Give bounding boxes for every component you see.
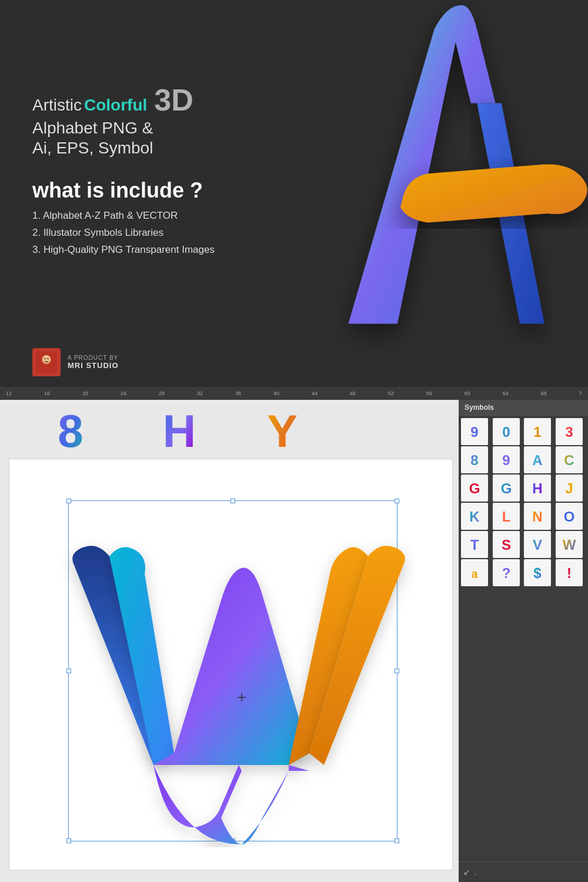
panel-bottom-toolbar: ↙ . bbox=[459, 861, 588, 882]
ruler-mark: 64 bbox=[503, 390, 509, 396]
ruler-mark: 40 bbox=[273, 390, 279, 396]
title-3d: 3D bbox=[154, 82, 193, 118]
small-letters-row: 8 H bbox=[47, 405, 306, 462]
ruler-mark: 28 bbox=[159, 390, 165, 396]
symbol-cell-G[interactable]: G bbox=[461, 475, 488, 502]
ruler-mark: 68 bbox=[541, 390, 547, 396]
product-text: A PRODUCT BY MRI STUDIO bbox=[68, 355, 119, 370]
ruler-mark: 24 bbox=[121, 390, 126, 396]
product-by: A PRODUCT BY MRI STUDIO bbox=[32, 348, 119, 376]
small-letter-y: Y bbox=[259, 405, 306, 462]
symbol-cell-W[interactable]: W bbox=[556, 531, 583, 558]
symbol-cell-9b[interactable]: 9 bbox=[493, 446, 520, 473]
list-item-2: 2. Illustator Symbols Libraries bbox=[32, 225, 215, 242]
symbol-cell-K[interactable]: K bbox=[461, 503, 488, 530]
symbol-cell-0[interactable]: 0 bbox=[493, 418, 520, 445]
symbol-cell-O[interactable]: O bbox=[556, 503, 583, 530]
svg-text:V: V bbox=[533, 537, 542, 553]
title-colorful: Colorful bbox=[84, 96, 147, 115]
ruler-mark: 36 bbox=[235, 390, 241, 396]
symbol-cell-a-lower[interactable]: a bbox=[461, 559, 488, 586]
symbol-cell-H[interactable]: H bbox=[524, 475, 551, 502]
symbol-cell-3[interactable]: 3 bbox=[556, 418, 583, 445]
big-letter-w-container bbox=[39, 512, 439, 865]
ruler: 12 16 20 24 28 32 36 40 44 48 52 56 60 6… bbox=[0, 387, 588, 400]
symbol-cell-1[interactable]: 1 bbox=[524, 418, 551, 445]
canvas-area[interactable]: 8 H bbox=[0, 400, 459, 882]
symbol-cell-C[interactable]: C bbox=[556, 446, 583, 473]
svg-text:O: O bbox=[563, 509, 574, 524]
list-item-1: 1. Alphabet A-Z Path & VECTOR bbox=[32, 208, 215, 225]
svg-text:C: C bbox=[564, 452, 574, 468]
ruler-mark: 7 bbox=[579, 390, 582, 396]
symbol-cell-N[interactable]: N bbox=[524, 503, 551, 530]
selection-handle-tr[interactable] bbox=[395, 499, 399, 503]
symbol-cell-8[interactable]: 8 bbox=[461, 446, 488, 473]
ruler-mark: 44 bbox=[312, 390, 318, 396]
symbol-cell-A[interactable]: A bbox=[524, 446, 551, 473]
symbol-cell-J[interactable]: J bbox=[556, 475, 583, 502]
ruler-mark: 52 bbox=[388, 390, 394, 396]
ruler-mark: 56 bbox=[426, 390, 432, 396]
svg-text:L: L bbox=[502, 509, 510, 524]
what-include-section: what is include ? 1. Alphabet A-Z Path &… bbox=[32, 178, 215, 259]
svg-text:A: A bbox=[532, 452, 542, 468]
symbol-cell-G2[interactable]: G bbox=[493, 475, 520, 502]
svg-text:Y: Y bbox=[267, 405, 298, 457]
svg-text:T: T bbox=[470, 537, 479, 553]
svg-text:!: ! bbox=[567, 565, 572, 581]
symbol-cell-exclaim[interactable]: ! bbox=[556, 559, 583, 586]
studio-name: MRI STUDIO bbox=[68, 361, 119, 370]
svg-text:J: J bbox=[565, 480, 573, 496]
symbol-cell-T[interactable]: T bbox=[461, 531, 488, 558]
symbols-panel: Symbols 9 0 1 3 8 9 A bbox=[459, 400, 588, 882]
letter-a-visual bbox=[312, 0, 588, 341]
symbol-cell-9[interactable]: 9 bbox=[461, 418, 488, 445]
what-include-list: 1. Alphabet A-Z Path & VECTOR 2. Illusta… bbox=[32, 208, 215, 259]
svg-text:H: H bbox=[163, 405, 196, 457]
symbol-cell-L[interactable]: L bbox=[493, 503, 520, 530]
avatar bbox=[32, 348, 61, 376]
ruler-mark: 20 bbox=[82, 390, 88, 396]
svg-text:0: 0 bbox=[502, 424, 510, 440]
svg-text:$: $ bbox=[533, 565, 542, 581]
top-section: Artistic Colorful 3D Alphabet PNG & Ai, … bbox=[0, 0, 588, 400]
svg-text:S: S bbox=[501, 537, 510, 553]
svg-text:9: 9 bbox=[502, 452, 510, 468]
selection-handle-tc[interactable] bbox=[230, 499, 235, 503]
symbols-grid[interactable]: 9 0 1 3 8 9 A C bbox=[459, 416, 588, 589]
small-letter-8: 8 bbox=[47, 405, 94, 462]
list-item-3: 3. High-Quality PNG Transparent Images bbox=[32, 242, 215, 259]
ruler-mark: 12 bbox=[6, 390, 12, 396]
title-line2: Alphabet PNG & bbox=[32, 119, 215, 138]
symbols-header: Symbols bbox=[459, 400, 588, 416]
ruler-mark: 16 bbox=[44, 390, 50, 396]
by-label: A PRODUCT BY bbox=[68, 355, 119, 361]
symbol-cell-V[interactable]: V bbox=[524, 531, 551, 558]
panel-icon-1[interactable]: ↙ bbox=[463, 867, 470, 877]
symbol-cell-dollar[interactable]: $ bbox=[524, 559, 551, 586]
svg-text:a: a bbox=[471, 567, 478, 580]
svg-text:9: 9 bbox=[470, 424, 478, 440]
panel-icon-2[interactable]: . bbox=[474, 867, 476, 877]
ruler-mark: 48 bbox=[350, 390, 356, 396]
ruler-mark: 32 bbox=[197, 390, 203, 396]
svg-text:8: 8 bbox=[58, 405, 83, 457]
svg-text:G: G bbox=[469, 480, 480, 496]
bottom-section: 8 H bbox=[0, 400, 588, 882]
symbol-cell-question[interactable]: ? bbox=[493, 559, 520, 586]
svg-text:G: G bbox=[500, 480, 512, 496]
ruler-marks: 12 16 20 24 28 32 36 40 44 48 52 56 60 6… bbox=[0, 390, 588, 396]
svg-text:K: K bbox=[469, 509, 480, 524]
title-line3: Ai, EPS, Symbol bbox=[32, 139, 215, 158]
svg-text:W: W bbox=[562, 537, 576, 553]
svg-text:H: H bbox=[532, 480, 542, 496]
svg-point-5 bbox=[44, 358, 45, 359]
selection-handle-tl[interactable] bbox=[66, 499, 71, 503]
symbol-cell-S[interactable]: S bbox=[493, 531, 520, 558]
svg-text:8: 8 bbox=[470, 452, 478, 468]
svg-text:1: 1 bbox=[533, 424, 541, 440]
title-prefix: Artistic bbox=[32, 95, 82, 116]
canvas-white bbox=[9, 459, 453, 870]
symbols-title: Symbols bbox=[465, 403, 494, 412]
